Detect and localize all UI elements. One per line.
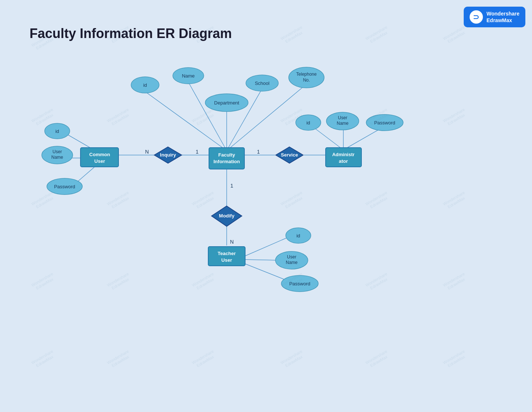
svg-text:Telephone: Telephone: [296, 72, 317, 77]
svg-text:Teacher: Teacher: [218, 251, 236, 256]
svg-rect-20: [209, 148, 244, 169]
svg-text:User: User: [52, 149, 62, 154]
svg-text:id: id: [296, 233, 300, 238]
svg-text:1: 1: [230, 183, 233, 189]
svg-text:1: 1: [196, 149, 199, 155]
svg-text:Password: Password: [54, 184, 75, 189]
svg-rect-29: [208, 247, 245, 266]
svg-text:Name: Name: [337, 121, 349, 126]
svg-line-17: [244, 238, 286, 257]
svg-line-1: [188, 82, 227, 151]
svg-text:N: N: [230, 239, 234, 245]
svg-text:Administr: Administr: [332, 152, 355, 157]
svg-text:N: N: [145, 149, 149, 155]
svg-rect-26: [326, 148, 361, 167]
svg-text:User: User: [338, 115, 347, 120]
svg-text:Inquiry: Inquiry: [160, 152, 176, 158]
svg-line-4: [227, 84, 306, 151]
svg-text:Service: Service: [281, 152, 298, 158]
logo-text: Wondershare EdrawMax: [487, 10, 519, 24]
edrawmax-icon: ⊃: [470, 10, 483, 24]
svg-text:User: User: [95, 158, 105, 164]
svg-text:Modify: Modify: [219, 213, 235, 219]
svg-text:No.: No.: [303, 78, 310, 83]
svg-text:Faculty: Faculty: [218, 152, 235, 158]
svg-text:Common: Common: [89, 152, 110, 157]
svg-text:Name: Name: [286, 260, 298, 265]
svg-text:1: 1: [257, 149, 260, 155]
svg-text:School: School: [255, 80, 270, 86]
er-diagram: Faculty Information Common User Administ…: [0, 0, 532, 412]
logo-badge: ⊃ Wondershare EdrawMax: [464, 7, 525, 27]
svg-text:id: id: [143, 82, 147, 88]
svg-text:Name: Name: [51, 155, 63, 160]
svg-text:User: User: [222, 257, 232, 263]
svg-text:User: User: [287, 254, 296, 260]
svg-text:Name: Name: [182, 73, 195, 79]
svg-rect-23: [80, 148, 119, 167]
svg-text:Department: Department: [214, 100, 239, 106]
svg-text:Password: Password: [289, 281, 310, 286]
svg-text:Password: Password: [374, 120, 395, 126]
svg-text:ator: ator: [339, 158, 348, 164]
svg-text:id: id: [55, 128, 59, 134]
svg-line-18: [244, 260, 280, 260]
svg-text:Information: Information: [213, 159, 240, 164]
svg-text:id: id: [306, 120, 310, 126]
